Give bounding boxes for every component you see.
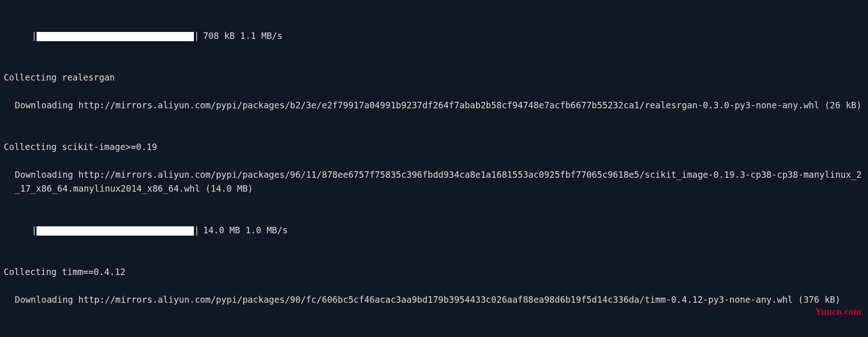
progress-bar (37, 226, 194, 236)
downloading-line: Downloading http://mirrors.aliyun.com/py… (4, 168, 864, 195)
progress-bar (37, 32, 194, 41)
watermark: Yuucn.com (815, 305, 862, 318)
collecting-line: Collecting scikit-image>=0.19 (4, 140, 864, 154)
progress-bar-fill (37, 32, 194, 41)
progress-line: ||708 kB 1.1 MB/s (4, 29, 864, 43)
downloading-line: Downloading http://mirrors.aliyun.com/py… (4, 98, 864, 112)
pipe-char: | (31, 225, 37, 235)
downloading-line: Downloading http://mirrors.aliyun.com/py… (4, 293, 864, 306)
collecting-line: Collecting timm==0.4.12 (4, 265, 864, 279)
progress-text: 708 kB 1.1 MB/s (203, 31, 283, 41)
pipe-char: | (194, 225, 199, 235)
progress-line: ||14.0 MB 1.0 MB/s (4, 223, 864, 237)
collecting-line: Collecting realesrgan (4, 70, 864, 84)
pipe-char: | (194, 31, 199, 41)
progress-line: ||376 kB 1.0 MB/s (4, 334, 864, 337)
progress-bar-fill (37, 226, 194, 236)
terminal-output: ||708 kB 1.1 MB/s Collecting realesrgan … (0, 0, 868, 337)
progress-text: 14.0 MB 1.0 MB/s (203, 225, 288, 235)
pipe-char: | (31, 31, 37, 41)
